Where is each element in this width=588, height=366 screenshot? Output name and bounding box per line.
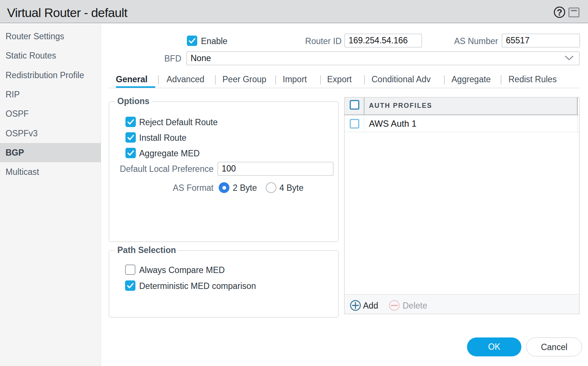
svg-text:?: ? [557,7,562,17]
